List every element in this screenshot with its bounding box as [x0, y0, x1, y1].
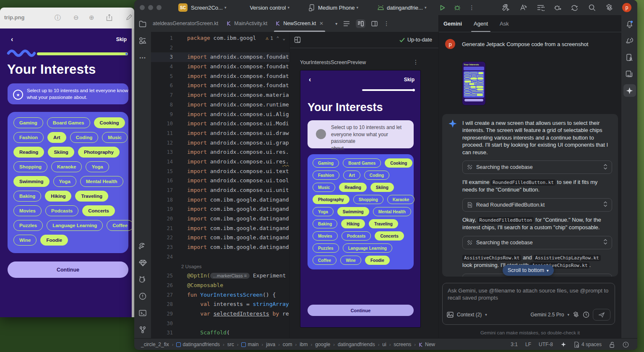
info-icon[interactable]: ⓘ [55, 14, 61, 21]
breadcrumb-item[interactable]: screens [394, 342, 411, 347]
expand-icon[interactable] [603, 201, 607, 208]
line-number[interactable]: 26 [151, 281, 179, 290]
code-line[interactable]: 29 var selectedInterests by re [151, 309, 289, 319]
line-number[interactable]: 30 [151, 319, 179, 329]
line-number[interactable]: 2 [151, 43, 179, 53]
user-avatar[interactable]: p [622, 3, 631, 12]
model-selector[interactable]: Gemini 2.5 Pro [530, 312, 564, 318]
profiler-icon[interactable] [553, 3, 562, 12]
line-number[interactable]: 13 [151, 148, 179, 157]
line-number[interactable]: 6 [151, 81, 179, 91]
version-control-icon[interactable] [138, 326, 147, 334]
app-quality-insights-icon[interactable] [138, 259, 147, 267]
usages-hint[interactable]: 2 Usages [151, 262, 289, 272]
line-number[interactable]: 11 [151, 129, 179, 138]
breadcrumb-item[interactable]: src [227, 342, 234, 347]
error-indicator-icon[interactable] [623, 342, 629, 348]
gradle-sync-icon[interactable] [571, 3, 579, 12]
code-line[interactable]: 12import androidx.compose.ui.grap [151, 138, 289, 148]
lock-icon[interactable] [609, 342, 615, 348]
breadcrumb[interactable]: _circle_2_fix›datingandfriends›src›main›… [141, 342, 435, 347]
structure-view-icon[interactable] [343, 21, 350, 26]
zoom-out-icon[interactable]: ⊖ [73, 14, 79, 21]
breadcrumb-item[interactable]: main [241, 342, 258, 347]
next-problem-icon[interactable]: ⌄ [282, 36, 285, 41]
preview-options-kebab-icon[interactable]: ⋮ [413, 59, 419, 65]
code-editor[interactable]: 1package com.ibm.googl23import androidx.… [151, 32, 289, 338]
line-number[interactable]: 20 [151, 214, 179, 224]
screenshot-attachment-thumbnail[interactable]: Your Interests [462, 61, 486, 106]
line-number[interactable]: 17 [151, 186, 179, 195]
tool-call-row[interactable]: Searching the codebase [462, 160, 612, 174]
code-line[interactable]: 2 [151, 43, 289, 53]
tab-mainactivity[interactable]: MainActivity.kt [222, 15, 271, 32]
code-line[interactable]: 26@Composable [151, 281, 289, 290]
tab-options-kebab-icon[interactable]: ⋮ [383, 20, 389, 27]
gemini-status-icon[interactable] [561, 342, 566, 347]
tab-ask[interactable]: Ask [494, 15, 515, 32]
window-minimize-button[interactable] [148, 5, 153, 10]
line-number[interactable]: 22 [151, 233, 179, 243]
breadcrumb-item[interactable]: datingandfriends [338, 342, 375, 347]
send-button[interactable] [593, 309, 610, 321]
close-tab-icon[interactable]: ✕ [319, 21, 323, 26]
terminal-icon[interactable] [138, 309, 147, 317]
zoom-in-icon[interactable]: ⊕ [89, 14, 94, 21]
line-number[interactable]: 29 [151, 309, 179, 319]
attach-image-icon[interactable] [447, 312, 454, 318]
project-tool-icon[interactable] [138, 20, 147, 28]
tab-dateideasgeneratorscreen[interactable]: ateldeasGeneratorScreen.kt [151, 15, 222, 32]
code-line[interactable]: 27fun YourInterestsScreen() { [151, 290, 289, 300]
more-actions-button[interactable]: ⋮ [467, 3, 476, 12]
tab-list-chevron-icon[interactable]: ▾ [335, 21, 337, 26]
history-icon[interactable] [583, 311, 589, 318]
code-line[interactable]: 15import androidx.compose.ui.text [151, 167, 289, 176]
search-everywhere-icon[interactable] [588, 3, 596, 12]
code-line[interactable]: 23import com.ibm.google.datingand [151, 243, 289, 252]
line-number[interactable]: 23 [151, 243, 179, 252]
device-manager-icon[interactable] [625, 53, 634, 62]
code-line[interactable]: 8import androidx.compose.runtime [151, 100, 289, 110]
breadcrumb-item[interactable]: google [315, 342, 330, 347]
settings-icon[interactable] [605, 3, 613, 12]
code-line[interactable]: 24 [151, 252, 289, 262]
line-number[interactable]: 18 [151, 195, 179, 205]
line-number[interactable]: 24 [151, 252, 179, 262]
debug-button[interactable] [453, 3, 461, 12]
gemini-prompt-input[interactable]: Ask Gemini, use @filename to attach sour… [442, 283, 615, 325]
preview-layout-switch-icon[interactable] [294, 36, 301, 43]
code-line[interactable]: 10import androidx.compose.ui.Modi [151, 119, 289, 129]
ide-titlebar[interactable]: SC Screen2Co... ▾ Version control ▾ Medi… [134, 0, 637, 16]
share-icon[interactable] [106, 14, 112, 21]
breadcrumb-item[interactable]: com [283, 342, 292, 347]
window-close-button[interactable] [140, 5, 145, 10]
gemini-tool-icon[interactable] [625, 86, 634, 95]
line-number[interactable]: 10 [151, 119, 179, 129]
build-icon[interactable] [138, 242, 147, 250]
gradle-icon[interactable] [625, 36, 634, 45]
line-number[interactable]: 25 [151, 271, 179, 281]
tab-agent[interactable]: Agent [468, 15, 494, 32]
gemini-settings-icon[interactable] [573, 311, 579, 318]
line-number[interactable]: 14 [151, 157, 179, 167]
code-line[interactable]: 5import androidx.compose.foundat [151, 72, 289, 81]
code-line[interactable]: 28 val interests = stringArray [151, 300, 289, 309]
tool-call-row[interactable]: Read RoundedFilledButton.kt [462, 198, 612, 212]
line-number[interactable]: 27 [151, 290, 179, 300]
tab-newscreen[interactable]: NewScreen.kt ✕ [271, 15, 328, 32]
line-number[interactable]: 28 [151, 300, 179, 309]
code-line[interactable]: 25@OptIn(...markerClass = Experiment [151, 271, 289, 281]
line-number[interactable]: 3 [151, 52, 179, 62]
line-number[interactable]: 16 [151, 176, 179, 186]
line-number[interactable]: 21 [151, 224, 179, 233]
line-number[interactable]: 8 [151, 100, 179, 110]
line-number[interactable]: 7 [151, 91, 179, 100]
line-number[interactable]: 5 [151, 72, 179, 81]
code-line[interactable]: 21import com.ibm.google.datingand [151, 224, 289, 233]
preview-layout-icon[interactable] [371, 21, 378, 26]
project-selector[interactable]: Screen2Co... [191, 5, 223, 11]
notifications-icon[interactable] [625, 20, 634, 28]
split-editor-icon[interactable] [356, 19, 365, 28]
code-line[interactable]: 13import androidx.compose.ui.res. [151, 148, 289, 157]
breadcrumb-item[interactable]: New [419, 342, 435, 347]
